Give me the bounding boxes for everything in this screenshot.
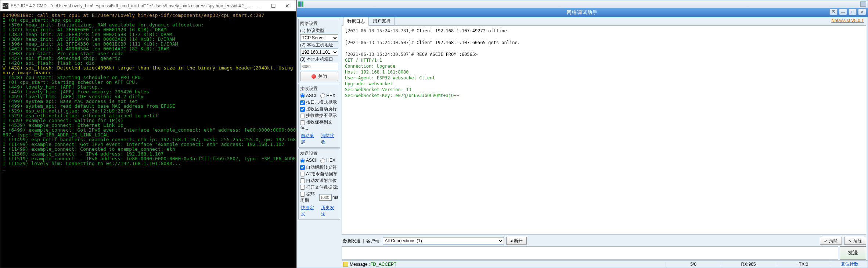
close-button[interactable]: ×: [858, 8, 866, 15]
port-input[interactable]: [300, 63, 338, 70]
maximize-button[interactable]: □: [849, 8, 857, 15]
send-hex-radio[interactable]: HEX: [320, 158, 335, 163]
menubar[interactable]: [297, 0, 868, 8]
send-ascii-radio[interactable]: ASCII: [300, 158, 317, 163]
close-connection-button[interactable]: 关闭: [300, 72, 338, 81]
send-toolbar: 数据发送 | 客户端: All Connections (1) ◂ 断开 ↙ 清…: [342, 235, 868, 246]
history-link[interactable]: 历史发送: [321, 205, 338, 217]
terminal-titlebar[interactable]: C:\\ ESP-IDF 4.2 CMD - "e:\Users\Lovely_…: [0, 0, 296, 11]
recv-logmode-check[interactable]: 按日志模式显示: [300, 99, 338, 106]
send-openfile-check[interactable]: 打开文件数据源:: [300, 184, 338, 190]
log-view[interactable]: [2021-06-13 15:24:18.731]# Client 192.16…: [342, 25, 866, 235]
label-client: 客户端:: [366, 238, 381, 244]
port-label: (3) 本地主机端口: [300, 56, 338, 62]
host-select[interactable]: 192.168.1.101: [300, 49, 338, 56]
app-title: 网络调试助手: [567, 9, 598, 16]
minimize-button[interactable]: —: [839, 8, 847, 15]
clear-right-button[interactable]: ↖ 清除: [844, 237, 866, 245]
terminal-body[interactable]: 0x4008188c: call_start_cpu1 at E:/Users/…: [0, 11, 296, 268]
tab-datalog[interactable]: 数据日志: [343, 17, 369, 26]
client-select[interactable]: All Connections (1): [383, 237, 504, 244]
disconnect-button[interactable]: ◂ 断开: [506, 237, 527, 245]
close-button[interactable]: ✕: [281, 1, 294, 10]
group-title: 网络设置: [300, 21, 338, 27]
terminal-title: ESP-IDF 4.2 CMD - "e:\Users\Lovely_him\.…: [11, 3, 253, 8]
recv-hex-radio[interactable]: HEX: [320, 93, 335, 98]
group-title: 发送设置: [300, 150, 338, 157]
settings-panel: 网络设置 (1) 协议类型 TCP Server (2) 本地主机地址 192.…: [297, 17, 342, 268]
terminal-window: C:\\ ESP-IDF 4.2 CMD - "e:\Users\Lovely_…: [0, 0, 296, 268]
cmd-icon: C:\\: [3, 3, 8, 9]
minimize-button[interactable]: ─: [253, 1, 266, 10]
recv-savefile-check[interactable]: 接收保存到文件...: [300, 119, 338, 132]
netassist-window: 网络调试助手 ⇱ — □ × 网络设置 (1) 协议类型 TCP Server …: [296, 0, 868, 268]
send-atcr-check[interactable]: AT指令自动回车: [300, 171, 338, 177]
proto-select[interactable]: TCP Server: [300, 34, 338, 42]
recv-settings-group: 接收设置 ASCII HEX 按日志模式显示 接收区自动换行 接收数据不显示 接…: [298, 84, 340, 148]
cycle-unit: ms: [332, 195, 338, 200]
send-appendcheck-check[interactable]: 自动发送附加位: [300, 178, 338, 184]
send-escape-check[interactable]: 自动解析转义符: [300, 164, 338, 171]
status-rx: RX:965: [721, 262, 776, 267]
send-settings-group: 发送设置 ASCII HEX 自动解析转义符 AT指令自动回车 自动发送附加位 …: [298, 149, 340, 219]
network-settings-group: 网络设置 (1) 协议类型 TCP Server (2) 本地主机地址 192.…: [298, 19, 340, 83]
pin-button[interactable]: ⇱: [829, 8, 838, 15]
version-link[interactable]: NetAssist V5.0.1: [831, 18, 864, 23]
recv-autowrap-check[interactable]: 接收区自动换行: [300, 106, 338, 112]
reset-counter-link[interactable]: 复位计数: [831, 261, 868, 267]
proto-label: (1) 协议类型: [300, 28, 338, 34]
host-label: (2) 本地主机地址: [300, 42, 338, 48]
status-msg-prefix: Message: [350, 262, 368, 267]
recv-ascii-radio[interactable]: ASCII: [300, 93, 317, 98]
shortcut-link[interactable]: 快捷定义: [301, 205, 317, 217]
toolbar-icon-1[interactable]: [860, 1, 866, 7]
status-icon: [343, 262, 348, 267]
app-titlebar[interactable]: 网络调试助手 ⇱ — □ ×: [297, 8, 868, 17]
status-msg: :FD_ACCEPT: [369, 262, 397, 267]
send-textbox[interactable]: [342, 246, 838, 260]
group-title: 接收设置: [300, 86, 338, 92]
status-dot-icon: [311, 74, 316, 79]
tab-support[interactable]: 用户支持: [369, 17, 395, 25]
send-button[interactable]: 发送: [840, 246, 866, 260]
cycle-value-input[interactable]: [319, 194, 332, 201]
send-cycle-check[interactable]: 循环周期: [300, 191, 318, 204]
autoscroll-link[interactable]: 自动滚屏: [301, 133, 317, 145]
clear-left-button[interactable]: ↙ 清除: [820, 237, 842, 245]
status-bar: Message :FD_ACCEPT 5/0 RX:965 TX:0 复位计数: [342, 260, 868, 268]
status-txcount: 5/0: [666, 262, 721, 267]
clear-recv-link[interactable]: 清除接收: [321, 133, 338, 145]
app-icon: [298, 1, 304, 7]
main-area: 数据日志 用户支持 NetAssist V5.0.1 [2021-06-13 1…: [342, 17, 868, 268]
label-datasend: 数据发送: [343, 238, 361, 244]
maximize-button[interactable]: ☐: [267, 1, 280, 10]
recv-nodisplay-check[interactable]: 接收数据不显示: [300, 112, 338, 119]
tab-bar: 数据日志 用户支持 NetAssist V5.0.1: [342, 17, 868, 25]
status-tx: TX:0: [776, 262, 831, 267]
